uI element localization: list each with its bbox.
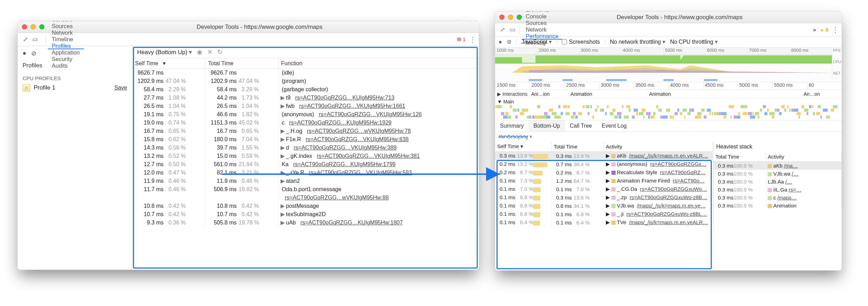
more-menu-icon[interactable]: ⋮ <box>832 26 839 34</box>
source-link[interactable]: /… <box>792 171 799 177</box>
source-link[interactable]: rs=ACT90o… <box>673 178 704 184</box>
bottom-up-row[interactable]: 0.3 ms13.9 %0.3 ms13.9 %▶ aKb /maps/_/js… <box>495 152 713 160</box>
source-link[interactable]: rs=ACT90oGqRZGG…KUIgM95Hw:1929 <box>289 120 392 126</box>
heaviest-row[interactable]: 0.3 ms100.0 %LJb.Aa /… <box>713 178 842 186</box>
tab-sources[interactable]: Sources <box>522 20 562 26</box>
source-link[interactable]: /… <box>785 179 792 185</box>
source-link[interactable]: rs=ACT90oGqRZGG…KUIgM95Hw:1807 <box>300 220 403 226</box>
col-func[interactable]: Function <box>278 58 479 69</box>
heaviest-row[interactable]: 0.3 ms100.0 %aKb /ma… <box>713 162 842 170</box>
more-menu-icon[interactable]: ⋮ <box>469 35 476 44</box>
profile-row[interactable]: 12.7 ms0.50 %561.0 ms21.94 %Ka rs=ACT90o… <box>132 160 479 169</box>
profile-row[interactable]: rs=ACT90oGqRZGG…wVKUIgM95Hw:88 <box>132 194 479 202</box>
error-count-badge[interactable]: 1 <box>457 36 466 43</box>
profile-row[interactable]: 15.8 ms0.62 %180.0 ms7.04 %▶F1e.R rs=ACT… <box>132 135 479 144</box>
profile-row[interactable]: 9.3 ms0.36 %505.8 ms19.78 %▶uAb rs=ACT90… <box>132 219 479 227</box>
profile-row[interactable]: 1202.9 ms47.04 %1202.9 ms47.04 %(program… <box>132 77 479 85</box>
flame-chart[interactable] <box>495 105 842 119</box>
profile-row[interactable]: 11.9 ms0.46 %11.9 ms0.46 %▶atan2 <box>132 177 479 185</box>
col-total[interactable]: Total Time <box>205 58 278 69</box>
filter-dropdown[interactable]: JavaScript <box>521 39 552 45</box>
source-link[interactable]: rs=ACT90oGqRZGGxuWo-z8BL… <box>626 211 707 217</box>
analysis-tab-summary[interactable]: Summary <box>495 120 528 131</box>
profile-row[interactable]: 10.7 ms0.42 %10.7 ms0.42 %▶texSubImage2D <box>132 210 479 219</box>
more-overflow[interactable]: » <box>813 26 816 33</box>
col-total[interactable]: Total Time <box>713 152 766 162</box>
overview-lane[interactable]: 1000 ms2000 ms3000 ms4000 ms5000 ms6000 … <box>495 48 842 82</box>
source-link[interactable]: rs=ACT90oGqRZGG…VKUIgM95Hw:389 <box>294 145 397 151</box>
source-link[interactable]: /maps… <box>777 195 797 201</box>
titlebar[interactable]: Developer Tools - https://www.google.com… <box>18 21 479 33</box>
profile-row[interactable]: 10.8 ms0.42 %10.8 ms0.42 %▶postMessage <box>132 202 479 210</box>
source-link[interactable]: /maps/_/js/k=maps.m.en.yeALR… <box>629 153 708 159</box>
col-self[interactable]: Self Time ▾ <box>495 142 551 152</box>
analysis-tab-call-tree[interactable]: Call Tree <box>565 120 597 131</box>
bottom-up-row[interactable]: 0.2 ms13.2 %0.7 ms38.4 %▶ (anonymous) rs… <box>495 160 713 168</box>
source-link[interactable]: rs=ACT90oGqRZGG…VKUIgM95Hw:838 <box>306 136 409 142</box>
source-link[interactable]: rs=ACT90oGqRZGG…wVKUIgM95Hw:78 <box>307 128 411 134</box>
network-throttling-dropdown[interactable]: No network throttling <box>610 39 665 45</box>
source-link[interactable]: rs=ACT90oGqRZGGxuWo-z8B… <box>630 194 708 200</box>
bottom-up-row[interactable]: 0.1 ms7.3 %1.2 ms64.7 %▶ Animation Frame… <box>495 177 713 185</box>
focus-icon[interactable]: ◉ <box>197 48 202 56</box>
device-toggle-icon[interactable]: ▭ <box>509 26 516 33</box>
profile-row[interactable]: 58.4 ms2.29 %58.4 ms2.29 %(garbage colle… <box>132 85 479 94</box>
col-total[interactable]: Total Time <box>551 142 603 152</box>
source-link[interactable]: rs=ACT90oGqRZGGx… <box>650 161 707 167</box>
profile-row[interactable]: 16.7 ms0.65 %16.7 ms0.65 %▶_.H.og rs=ACT… <box>132 127 479 135</box>
close-icon[interactable]: ✕ <box>207 48 212 56</box>
bottom-up-row[interactable]: 0.1 ms7.0 %0.1 ms7.0 %▶ _.CG.Da rs=ACT90… <box>495 185 713 193</box>
interaction-item[interactable]: Animation <box>569 91 608 97</box>
maximize-icon[interactable] <box>517 15 522 20</box>
profile-row[interactable]: 9626.7 ms9626.7 ms(idle) <box>132 69 479 77</box>
minimize-icon[interactable] <box>508 15 513 20</box>
grouping-dropdown[interactable]: No Grouping ▾ <box>495 132 842 142</box>
source-link[interactable]: rs=ACT90oGqRZGGxuWo… <box>640 186 707 192</box>
source-link[interactable]: /maps/_/js/k=maps.m.en.yeALR… <box>629 219 708 225</box>
heaviest-row[interactable]: 0.3 ms100.0 %VJb.wa /… <box>713 170 842 178</box>
interaction-item[interactable]: An…on <box>802 91 842 97</box>
interaction-item[interactable]: Animation <box>648 91 763 97</box>
clear-icon[interactable]: ⊘ <box>31 50 36 57</box>
source-link[interactable]: rs=ACT90oGqRZ… <box>660 169 706 175</box>
profile-item[interactable]: ⎍ Profile 1 Save <box>18 83 132 93</box>
profile-row[interactable]: 12.0 ms0.47 %82.1 ms3.21 %▶_.rYe.R rs=AC… <box>132 169 479 177</box>
heaviest-row[interactable]: 0.3 ms100.0 %iIL.Ga rs=… <box>713 186 842 194</box>
tab-console[interactable]: Console <box>522 13 562 20</box>
tab-sources[interactable]: Sources <box>48 23 84 29</box>
source-link[interactable]: rs=ACT90oGqRZGG…VKUIgM95Hw:1661 <box>299 103 405 109</box>
close-icon[interactable] <box>22 24 27 29</box>
source-link[interactable]: rs=ACT90oGqRZGG…KUIgM95Hw:713 <box>295 95 394 101</box>
refresh-icon[interactable]: ↻ <box>217 48 223 56</box>
cpu-throttling-dropdown[interactable]: No CPU throttling <box>670 39 718 45</box>
heaviest-row[interactable]: 0.3 ms100.0 %Animation <box>713 202 842 210</box>
warning-count-badge[interactable]: 6 <box>820 27 828 33</box>
profile-row[interactable]: 26.5 ms1.04 %26.5 ms1.04 %▶fwb rs=ACT90o… <box>132 102 479 110</box>
col-self[interactable]: Self Time ▾ <box>132 58 205 69</box>
heaviest-row[interactable]: 0.3 ms100.0 %c /maps… <box>713 194 842 202</box>
source-link[interactable]: rs=ACT90oGqRZGG…wVKUIgM95Hw:88 <box>285 195 389 201</box>
record-icon[interactable]: ● <box>499 39 502 45</box>
profile-row[interactable]: 27.7 ms1.08 %44.2 ms1.73 %▶t9 rs=ACT90oG… <box>132 94 479 102</box>
tab-timeline[interactable]: Timeline <box>48 36 84 43</box>
maximize-icon[interactable] <box>39 24 44 29</box>
col-activity[interactable]: Activity <box>603 142 713 152</box>
source-link[interactable]: /ma… <box>784 163 798 169</box>
close-icon[interactable] <box>499 15 504 20</box>
source-link[interactable]: rs=ACT90oGqRZGG…VKUIgM95Hw:593 <box>309 170 412 176</box>
source-link[interactable]: rs=ACT90oGqRZGG…VKUIgM95Hw:126 <box>319 111 422 117</box>
clear-icon[interactable]: ⊘ <box>507 39 511 45</box>
save-link[interactable]: Save <box>115 85 127 91</box>
profile-row[interactable]: 19.1 ms0.75 %46.6 ms1.82 %(anonymous) rs… <box>132 110 479 119</box>
analysis-tab-bottom-up[interactable]: Bottom-Up <box>528 120 565 131</box>
col-activity[interactable]: Activity <box>766 152 842 162</box>
bottom-up-row[interactable]: 0.1 ms6.8 %0.1 ms6.8 %▶ _.ji rs=ACT90oGq… <box>495 210 713 218</box>
tab-network[interactable]: Network <box>522 26 562 33</box>
source-link[interactable]: rs=ACT90oGqRZGG…VKUIgM95Hw:381 <box>317 153 420 159</box>
device-toggle-icon[interactable]: ▭ <box>32 36 39 43</box>
source-link[interactable]: /maps/_/js/k=maps.m.en.ye… <box>637 203 706 209</box>
profile-row[interactable]: 19.0 ms0.74 %1151.3 ms45.02 %c rs=ACT90o… <box>132 119 479 127</box>
analysis-tab-event-log[interactable]: Event Log <box>597 120 632 131</box>
minimize-icon[interactable] <box>31 24 36 29</box>
bottom-up-row[interactable]: 0.1 ms6.4 %0.1 ms6.4 %▶ TVe /maps/_/js/k… <box>495 218 713 227</box>
